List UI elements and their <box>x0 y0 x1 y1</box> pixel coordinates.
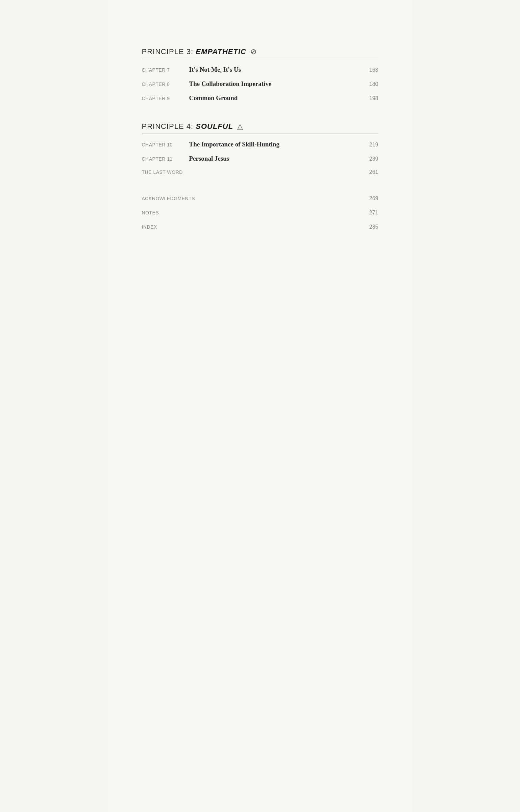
page: PRINCIPLE 3: EMPATHETIC ⊘ CHAPTER 7 It's… <box>108 0 412 812</box>
chapter-7-label: CHAPTER 7 <box>142 67 189 73</box>
chapter-11-page: 239 <box>362 156 378 162</box>
chapter-9-title: Common Ground <box>189 94 362 102</box>
chapter-8-label: CHAPTER 8 <box>142 82 189 87</box>
chapter-11-title: Personal Jesus <box>189 155 362 162</box>
principle-3-title: EMPATHETIC <box>196 47 246 56</box>
chapter-11-label: CHAPTER 11 <box>142 156 189 162</box>
toc-row-chapter-8: CHAPTER 8 The Collaboration Imperative 1… <box>142 80 378 88</box>
chapter-10-title: The Importance of Skill-Hunting <box>189 141 362 148</box>
principle-3-section: PRINCIPLE 3: EMPATHETIC ⊘ CHAPTER 7 It's… <box>142 47 378 102</box>
chapter-8-title: The Collaboration Imperative <box>189 80 362 88</box>
notes-row: NOTES 271 <box>142 210 378 216</box>
principle-4-header: PRINCIPLE 4: SOULFUL △ <box>142 122 378 131</box>
principle-3-header: PRINCIPLE 3: EMPATHETIC ⊘ <box>142 47 378 56</box>
principle-3-divider <box>142 59 378 59</box>
index-row: INDEX 285 <box>142 224 378 230</box>
principle-4-section: PRINCIPLE 4: SOULFUL △ CHAPTER 10 The Im… <box>142 122 378 175</box>
principle-4-label: PRINCIPLE 4: SOULFUL <box>142 122 233 131</box>
principle-4-title: SOULFUL <box>196 122 233 131</box>
acknowledgments-label: ACKNOWLEDGMENTS <box>142 196 362 201</box>
chapter-10-label: CHAPTER 10 <box>142 142 189 147</box>
empathetic-icon: ⊘ <box>250 47 256 56</box>
notes-page: 271 <box>362 210 378 216</box>
index-label: INDEX <box>142 224 362 230</box>
chapter-9-label: CHAPTER 9 <box>142 96 189 101</box>
toc-row-chapter-11: CHAPTER 11 Personal Jesus 239 <box>142 155 378 162</box>
soulful-icon: △ <box>237 122 243 131</box>
last-word-label: THE LAST WORD <box>142 169 189 175</box>
acknowledgments-page: 269 <box>362 195 378 202</box>
principle-3-label: PRINCIPLE 3: EMPATHETIC <box>142 47 246 56</box>
toc-row-chapter-10: CHAPTER 10 The Importance of Skill-Hunti… <box>142 141 378 148</box>
chapter-10-page: 219 <box>362 142 378 148</box>
toc-row-chapter-7: CHAPTER 7 It's Not Me, It's Us 163 <box>142 66 378 73</box>
notes-label: NOTES <box>142 210 362 215</box>
toc-row-last-word: THE LAST WORD 261 <box>142 169 378 175</box>
chapter-7-page: 163 <box>362 67 378 73</box>
chapter-9-page: 198 <box>362 95 378 101</box>
back-matter-section: ACKNOWLEDGMENTS 269 NOTES 271 INDEX 285 <box>142 195 378 230</box>
index-page: 285 <box>362 224 378 230</box>
chapter-7-title: It's Not Me, It's Us <box>189 66 362 73</box>
principle-4-divider <box>142 134 378 134</box>
toc-row-chapter-9: CHAPTER 9 Common Ground 198 <box>142 94 378 102</box>
acknowledgments-row: ACKNOWLEDGMENTS 269 <box>142 195 378 202</box>
last-word-page: 261 <box>362 169 378 175</box>
chapter-8-page: 180 <box>362 81 378 87</box>
